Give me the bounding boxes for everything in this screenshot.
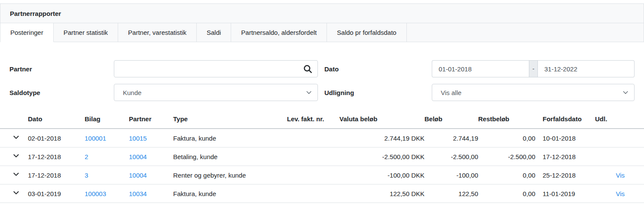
- cell-valuta-belob: 122,50 DKK: [339, 184, 424, 203]
- tab-partnersaldo-aldersfordelt[interactable]: Partnersaldo, aldersfordelt: [231, 23, 327, 42]
- chevron-down-icon[interactable]: [13, 153, 19, 159]
- partner-link[interactable]: 10034: [129, 190, 147, 197]
- chevron-down-icon[interactable]: [13, 190, 19, 196]
- col-restbelob: Restbeløb: [478, 110, 535, 129]
- table-row: 02-01-2018 100001 10015 Faktura, kunde 2…: [0, 129, 644, 147]
- cell-forfaldsdato: 10-01-2018: [535, 129, 595, 147]
- tab-posteringer[interactable]: Posteringer: [0, 23, 54, 42]
- cell-valuta-belob: -100,00 DKK: [339, 166, 424, 184]
- udligning-selected-value: Vis alle: [441, 89, 461, 96]
- vis-link[interactable]: Vis: [616, 190, 625, 197]
- page-title: Partnerrapporter: [10, 10, 61, 17]
- col-bilag: Bilag: [85, 110, 129, 129]
- udligning-label: Udligning: [324, 89, 432, 96]
- page-header: Partnerrapporter: [0, 3, 644, 23]
- date-range-separator: -: [529, 60, 538, 77]
- table-header-row: Dato Bilag Partner Type Lev. fakt. nr. V…: [0, 110, 644, 129]
- col-dato: Dato: [28, 110, 85, 129]
- cell-dato: 17-12-2018: [28, 166, 85, 184]
- table-row: 17-12-2018 3 10004 Renter og gebyrer, ku…: [0, 166, 644, 184]
- chevron-down-icon[interactable]: [13, 134, 19, 141]
- col-partner: Partner: [129, 110, 173, 129]
- col-belob: Beløb: [424, 110, 478, 129]
- cell-type: Faktura, kunde: [173, 184, 287, 203]
- cell-valuta-belob: 2.744,19 DKK: [339, 129, 424, 147]
- saldotype-selected-value: Kunde: [123, 89, 141, 96]
- cell-valuta-belob: -2.500,00 DKK: [339, 147, 424, 166]
- col-type: Type: [173, 110, 287, 129]
- table-row: 03-01-2019 100003 10034 Faktura, kunde 1…: [0, 184, 644, 203]
- udligning-select[interactable]: Vis alle: [432, 84, 635, 101]
- postings-table: Dato Bilag Partner Type Lev. fakt. nr. V…: [0, 110, 644, 203]
- saldotype-select[interactable]: Kunde: [114, 84, 318, 101]
- partner-search-input[interactable]: [114, 60, 318, 77]
- partner-label: Partner: [9, 65, 114, 73]
- tab-label: Saldi: [207, 29, 221, 36]
- date-range: -: [432, 60, 635, 77]
- tab-partner-varestatistik[interactable]: Partner, varestatistik: [118, 23, 197, 42]
- cell-forfaldsdato: 17-12-2018: [535, 147, 595, 166]
- cell-belob: -100,00: [424, 166, 478, 184]
- saldotype-label: Saldotype: [9, 89, 114, 96]
- cell-lev-fakt-nr: [287, 147, 339, 166]
- tab-label: Partnersaldo, aldersfordelt: [241, 29, 317, 36]
- vis-link[interactable]: Vis: [616, 172, 625, 179]
- cell-lev-fakt-nr: [287, 129, 339, 147]
- cell-forfaldsdato: 25-12-2018: [535, 166, 595, 184]
- chevron-down-icon[interactable]: [13, 171, 19, 178]
- expander-header: [0, 110, 28, 129]
- tab-label: Partner statistik: [64, 29, 108, 36]
- cell-type: Faktura, kunde: [173, 129, 287, 147]
- cell-belob: -2.500,00: [424, 147, 478, 166]
- partner-link[interactable]: 10004: [129, 153, 147, 160]
- partner-link[interactable]: 10015: [129, 135, 147, 142]
- cell-restbelob: 0,00: [478, 166, 535, 184]
- cell-dato: 02-01-2018: [28, 129, 85, 147]
- bilag-link[interactable]: 3: [85, 172, 88, 179]
- date-from-input[interactable]: [432, 60, 529, 77]
- cell-dato: 17-12-2018: [28, 147, 85, 166]
- partner-link[interactable]: 10004: [129, 172, 147, 179]
- cell-type: Betaling, kunde: [173, 147, 287, 166]
- tab-saldi[interactable]: Saldi: [197, 23, 231, 42]
- cell-belob: 2.744,19: [424, 129, 478, 147]
- filter-panel: Partner Dato - Saldotype Kunde: [0, 42, 644, 101]
- cell-type: Renter og gebyrer, kunde: [173, 166, 287, 184]
- bilag-link[interactable]: 2: [85, 153, 88, 160]
- bilag-link[interactable]: 100003: [85, 190, 106, 197]
- cell-lev-fakt-nr: [287, 184, 339, 203]
- col-lev-fakt-nr: Lev. fakt. nr.: [287, 110, 339, 129]
- tab-saldo-pr-forfaldsdato[interactable]: Saldo pr forfaldsdato: [327, 23, 406, 42]
- cell-restbelob: 0,00: [478, 129, 535, 147]
- cell-dato: 03-01-2019: [28, 184, 85, 203]
- top-spacer: [0, 0, 644, 3]
- cell-belob: 122,50: [424, 184, 478, 203]
- search-icon[interactable]: [303, 65, 312, 74]
- bilag-link[interactable]: 100001: [85, 135, 106, 142]
- tab-label: Partner, varestatistik: [128, 29, 186, 36]
- tab-label: Posteringer: [10, 29, 43, 36]
- cell-forfaldsdato: 11-01-2019: [535, 184, 595, 203]
- tab-bar: Posteringer Partner statistik Partner, v…: [0, 23, 644, 42]
- cell-udl: [595, 129, 644, 147]
- tab-partner-statistik[interactable]: Partner statistik: [54, 23, 118, 42]
- dato-label: Dato: [324, 65, 432, 73]
- col-forfaldsdato: Forfaldsdato: [535, 110, 595, 129]
- col-udl: Udl.: [595, 110, 644, 129]
- cell-restbelob: -2.500,00: [478, 147, 535, 166]
- cell-lev-fakt-nr: [287, 166, 339, 184]
- table-row: 17-12-2018 2 10004 Betaling, kunde -2.50…: [0, 147, 644, 166]
- col-valuta-belob: Valuta beløb: [339, 110, 424, 129]
- cell-restbelob: 0,00: [478, 184, 535, 203]
- cell-udl: [595, 147, 644, 166]
- date-to-input[interactable]: [538, 60, 635, 77]
- tab-label: Saldo pr forfaldsdato: [337, 29, 396, 36]
